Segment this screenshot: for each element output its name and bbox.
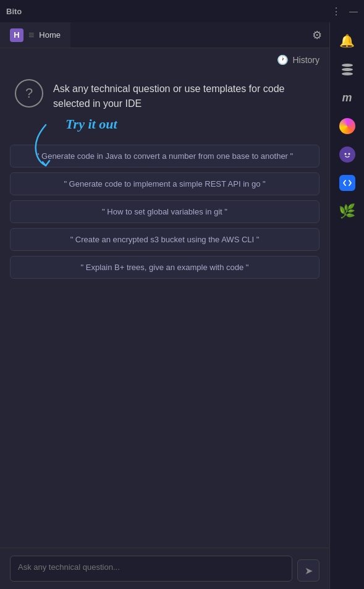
question-input[interactable]	[10, 556, 292, 582]
window-controls: ⋮ —	[331, 6, 358, 17]
code-button[interactable]	[335, 171, 360, 195]
tab-separator: ≡	[28, 30, 34, 41]
send-button[interactable]: ➤	[297, 559, 320, 582]
leaf-button[interactable]: 🌿	[335, 199, 360, 224]
m-button[interactable]: m	[335, 85, 360, 110]
tab-bar-settings: ⚙	[312, 28, 329, 42]
home-tab[interactable]: H ≡ Home	[0, 22, 70, 48]
question-icon: ?	[15, 79, 43, 108]
gradient-icon	[339, 118, 355, 134]
minimize-button[interactable]: —	[349, 6, 358, 16]
history-label: History	[292, 55, 320, 65]
notification-button[interactable]: 🔔	[335, 28, 360, 53]
history-button[interactable]: 🕐 History	[277, 54, 320, 66]
home-tab-label: Home	[39, 30, 61, 40]
home-avatar: H	[10, 28, 23, 42]
leaf-icon: 🌿	[339, 203, 355, 219]
database-icon	[342, 64, 353, 75]
database-button[interactable]	[335, 57, 360, 82]
main-container: H ≡ Home ⚙ 🕐 History ? Ask any technical…	[0, 22, 329, 589]
right-sidebar: 🔔 m	[329, 22, 364, 589]
m-icon: m	[342, 91, 352, 104]
suggestion-item[interactable]: " Generate code to implement a simple RE…	[10, 172, 320, 195]
copilot-icon	[339, 146, 355, 163]
tab-bar: H ≡ Home ⚙	[0, 22, 329, 48]
suggestion-item[interactable]: " How to set global variables in git "	[10, 200, 320, 223]
copilot-button[interactable]	[335, 142, 360, 167]
send-icon: ➤	[305, 565, 313, 577]
hero-section: ? Ask any technical question or use temp…	[0, 69, 329, 116]
history-icon: 🕐	[277, 54, 289, 66]
settings-icon[interactable]: ⚙	[312, 29, 322, 41]
suggestion-item[interactable]: " Create an encrypted s3 bucket using th…	[10, 228, 320, 251]
content-area: 🕐 History ? Ask any technical question o…	[0, 48, 329, 589]
history-row: 🕐 History	[0, 48, 329, 69]
suggestion-item[interactable]: " Explain B+ trees, give an example with…	[10, 256, 320, 279]
bell-icon: 🔔	[339, 33, 355, 48]
code-icon	[339, 175, 355, 191]
svg-point-1	[348, 153, 350, 155]
try-section: Try it out	[0, 116, 329, 142]
svg-point-0	[344, 153, 346, 155]
hero-text: Ask any technical question or use templa…	[53, 79, 315, 111]
gradient-button[interactable]	[335, 114, 360, 138]
app-title: Bito	[6, 7, 22, 16]
arrow-decoration	[27, 120, 77, 169]
title-bar: Bito ⋮ —	[0, 0, 364, 22]
menu-dots[interactable]: ⋮	[331, 6, 342, 17]
input-area: ➤	[0, 548, 329, 589]
